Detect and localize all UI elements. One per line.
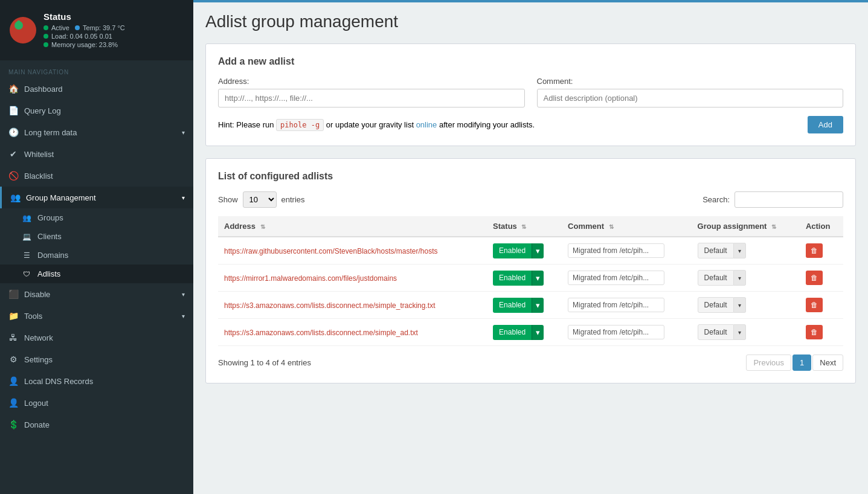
- sidebar-item-disable[interactable]: ⬛ Disable ▾: [0, 283, 193, 305]
- chevron-icon: ▾: [182, 129, 185, 136]
- sidebar-item-group-management[interactable]: 👥 Group Management ▾: [0, 187, 193, 208]
- col-action: Action: [800, 216, 843, 237]
- delete-button[interactable]: 🗑: [806, 325, 823, 339]
- add-adlist-card: Add a new adlist Address: Comment: Hint:…: [205, 43, 856, 146]
- sidebar-item-domains[interactable]: ☰ Domains: [0, 246, 193, 265]
- address-input[interactable]: [218, 89, 525, 107]
- hint-code: pihole -g: [276, 119, 324, 131]
- page-1-button[interactable]: 1: [792, 354, 811, 371]
- address-link[interactable]: https://raw.githubusercontent.com/Steven…: [224, 247, 438, 255]
- table-row: https://raw.githubusercontent.com/Steven…: [218, 237, 843, 265]
- sidebar-item-logout[interactable]: 👤 Logout: [0, 392, 193, 414]
- sort-icon: ⇅: [609, 223, 614, 230]
- table-row: https://mirror1.malwaredomains.com/files…: [218, 265, 843, 292]
- main-content: Adlist group management Add a new adlist…: [193, 0, 868, 494]
- comment-cell: [562, 237, 692, 265]
- sidebar-item-long-term-data[interactable]: 🕐 Long term data ▾: [0, 121, 193, 143]
- entries-select[interactable]: 10 25 50 100: [243, 191, 277, 208]
- enabled-button[interactable]: Enabled: [493, 298, 532, 313]
- col-address: Address ⇅: [218, 216, 487, 237]
- toggle-button[interactable]: ▾: [532, 325, 544, 340]
- sidebar-item-label: Tools: [24, 312, 42, 321]
- address-link[interactable]: https://s3.amazonaws.com/lists.disconnec…: [224, 329, 418, 337]
- memory-status: Memory usage: 23.8%: [43, 41, 185, 48]
- comment-field[interactable]: [568, 325, 664, 339]
- sidebar-item-whitelist[interactable]: ✔ Whitelist: [0, 143, 193, 165]
- shield-icon: 🛡: [22, 270, 31, 278]
- show-row: Show 10 25 50 100 entries Search:: [218, 191, 843, 208]
- add-form-row: Address: Comment:: [218, 77, 843, 107]
- comment-field[interactable]: [568, 298, 664, 312]
- enabled-group: Enabled ▾: [493, 243, 556, 258]
- toggle-button[interactable]: ▾: [532, 271, 544, 286]
- sidebar-subitem-label: Groups: [37, 213, 63, 222]
- search-input[interactable]: [735, 191, 843, 208]
- next-button[interactable]: Next: [812, 354, 843, 371]
- delete-button[interactable]: 🗑: [806, 243, 823, 258]
- gear-icon: ⚙: [8, 354, 18, 364]
- comment-input[interactable]: [537, 89, 844, 107]
- address-link[interactable]: https://mirror1.malwaredomains.com/files…: [224, 274, 397, 283]
- sidebar-subitem-label: Clients: [37, 232, 62, 241]
- sidebar-item-label: Network: [24, 333, 53, 342]
- group-caret-button[interactable]: ▾: [734, 270, 746, 286]
- group-cell: Default ▾: [692, 292, 800, 319]
- status-title: Status: [43, 11, 185, 22]
- hint-link[interactable]: online: [416, 120, 437, 129]
- load-status: Load: 0.04 0.05 0.01: [43, 33, 185, 40]
- group-assign-button[interactable]: Default: [698, 243, 734, 258]
- sidebar-item-label: Settings: [24, 355, 53, 364]
- action-cell: 🗑: [800, 319, 843, 346]
- sidebar-item-adlists[interactable]: 🛡 Adlists: [0, 265, 193, 283]
- chevron-icon: ▾: [182, 291, 185, 298]
- comment-field[interactable]: [568, 271, 664, 285]
- sidebar-item-tools[interactable]: 📁 Tools ▾: [0, 305, 193, 327]
- hint-mid: or update your gravity list: [326, 120, 416, 129]
- group-caret-button[interactable]: ▾: [734, 243, 746, 258]
- group-caret-button[interactable]: ▾: [734, 297, 746, 313]
- group-caret-button[interactable]: ▾: [734, 324, 746, 340]
- delete-button[interactable]: 🗑: [806, 271, 823, 285]
- users-icon: 👥: [10, 193, 20, 202]
- sidebar-item-dashboard[interactable]: 🏠 Dashboard: [0, 78, 193, 100]
- add-button[interactable]: Add: [808, 116, 843, 133]
- col-group: Group assignment ⇅: [692, 216, 800, 237]
- sidebar-item-blacklist[interactable]: 🚫 Blacklist: [0, 165, 193, 187]
- pihole-logo: [8, 16, 37, 45]
- status-info: Status Active Temp: 39.7 °C Load: 0.04 0…: [43, 11, 185, 50]
- enabled-button[interactable]: Enabled: [493, 325, 532, 340]
- group-assign-button[interactable]: Default: [698, 270, 734, 286]
- comment-cell: [562, 292, 692, 319]
- enabled-group: Enabled ▾: [493, 298, 556, 313]
- enabled-button[interactable]: Enabled: [493, 271, 532, 286]
- sidebar-item-clients[interactable]: 💻 Clients: [0, 227, 193, 246]
- sidebar-item-groups[interactable]: 👥 Groups: [0, 208, 193, 227]
- delete-button[interactable]: 🗑: [806, 298, 823, 312]
- col-comment: Comment ⇅: [562, 216, 692, 237]
- list-icon: ☰: [22, 251, 31, 260]
- list-section-title: List of configured adlists: [218, 171, 843, 182]
- comment-field[interactable]: [568, 243, 664, 258]
- sidebar-item-label: Disable: [24, 290, 50, 299]
- sidebar-item-local-dns[interactable]: 👤 Local DNS Records: [0, 370, 193, 392]
- group-assign-button[interactable]: Default: [698, 324, 734, 340]
- toggle-button[interactable]: ▾: [532, 243, 544, 258]
- sidebar-item-query-log[interactable]: 📄 Query Log: [0, 100, 193, 121]
- address-cell: https://mirror1.malwaredomains.com/files…: [218, 265, 487, 292]
- previous-button[interactable]: Previous: [746, 354, 791, 371]
- load-dot: [43, 34, 48, 39]
- sidebar-item-settings[interactable]: ⚙ Settings: [0, 348, 193, 370]
- logout-icon: 👤: [8, 398, 18, 408]
- sidebar-item-network[interactable]: 🖧 Network: [0, 327, 193, 348]
- group-assign-button[interactable]: Default: [698, 297, 734, 313]
- sidebar-item-donate[interactable]: 💲 Donate: [0, 414, 193, 435]
- enabled-button[interactable]: Enabled: [493, 243, 532, 258]
- col-status: Status ⇅: [487, 216, 562, 237]
- sidebar-item-label: Dashboard: [24, 85, 63, 94]
- toggle-button[interactable]: ▾: [532, 298, 544, 313]
- table-header: Address ⇅ Status ⇅ Comment ⇅ Group assig…: [218, 216, 843, 237]
- file-icon: 📄: [8, 106, 18, 115]
- address-link[interactable]: https://s3.amazonaws.com/lists.disconnec…: [224, 301, 435, 310]
- status-cell: Enabled ▾: [487, 237, 562, 265]
- check-icon: ✔: [8, 149, 18, 159]
